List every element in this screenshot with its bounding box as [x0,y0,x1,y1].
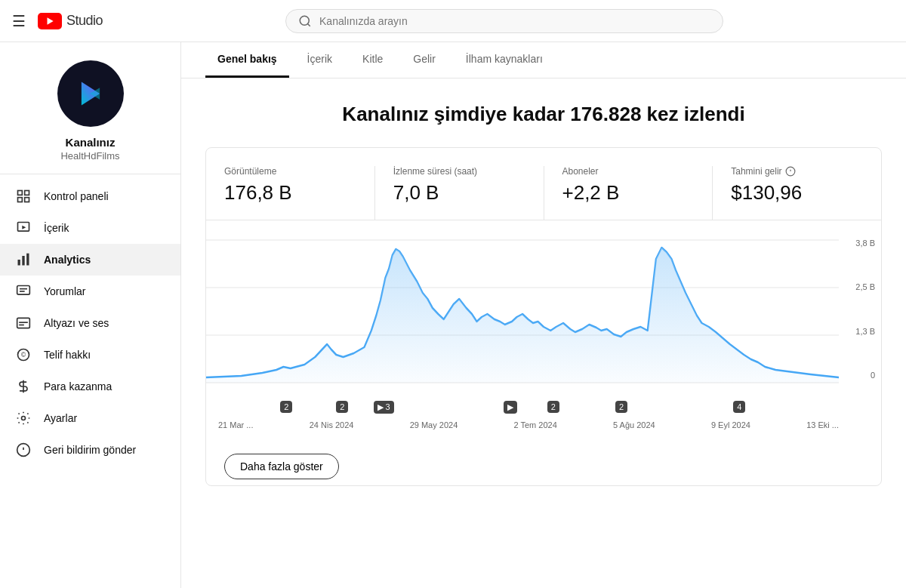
sidebar-item-copyright[interactable]: © Telif hakkı [0,339,180,371]
tab-content[interactable]: İçerik [295,42,344,78]
chart-badges-row: 2 2 ▶ 3 ▶ 2 2 4 [218,401,839,417]
studio-text: Studio [66,13,103,29]
tab-audience[interactable]: Kitle [350,42,395,78]
chart-badge-5[interactable]: 2 [547,401,559,413]
subtitles-label: Altyazı ve ses [44,317,109,329]
x-label-1: 21 Mar ... [218,420,253,429]
tab-revenue[interactable]: Gelir [401,42,448,78]
dashboard-label: Kontrol paneli [44,190,109,202]
svg-rect-8 [25,198,29,202]
chart-wrap: 3,8 B 2,5 B 1,3 B 0 [206,232,881,401]
monetize-label: Para kazanma [44,380,112,393]
dashboard-icon [15,188,32,205]
comments-label: Yorumlar [44,285,86,297]
svg-rect-7 [18,198,23,202]
sidebar: Kanalınız HealtHdFilms Kontrol paneli İç… [0,42,181,588]
tab-inspiration[interactable]: İlham kaynakları [454,42,555,78]
x-label-3: 29 May 2024 [410,420,458,429]
sidebar-item-analytics[interactable]: Analytics [0,244,180,276]
metric-revenue-value: $130,96 [731,181,863,205]
chart-badge-2[interactable]: 2 [336,401,348,413]
main-content: Genel bakış İçerik Kitle Gelir İlham kay… [181,42,906,588]
svg-rect-12 [22,256,24,266]
x-label-2: 24 Nis 2024 [310,420,354,429]
metric-revenue-label: Tahmini gelir [731,166,863,177]
chart-badge-4[interactable]: ▶ [504,401,517,414]
sidebar-item-comments[interactable]: Yorumlar [0,276,180,307]
content-icon [15,220,32,236]
chart-badge-1[interactable]: 2 [280,401,292,413]
x-label-7: 13 Eki ... [806,420,839,429]
line-chart-svg [206,232,839,399]
feedback-icon [15,442,32,458]
y-label-3: 1,3 B [851,327,875,336]
y-label-top: 3,8 B [851,239,875,248]
content-label: İçerik [44,222,69,234]
subtitles-icon [15,315,32,331]
sidebar-item-settings[interactable]: Ayarlar [0,402,180,434]
analytics-headline: Kanalınız şimdiye kadar 176.828 kez izle… [205,103,882,126]
monetize-icon [15,378,32,395]
channel-name: Kanalınız [66,136,116,149]
show-more-button[interactable]: Daha fazla göster [224,454,339,479]
svg-point-23 [22,417,26,420]
sidebar-item-content[interactable]: İçerik [0,212,180,244]
svg-marker-0 [48,17,54,24]
y-label-bottom: 0 [851,371,875,380]
metric-subscribers-value: +2,2 B [562,181,695,205]
y-axis: 3,8 B 2,5 B 1,3 B 0 [839,232,881,401]
svg-rect-5 [18,191,23,195]
metric-watch-time-value: 7,0 B [393,181,525,205]
channel-avatar-icon [74,77,107,110]
chart-svg [206,232,839,401]
x-axis: 21 Mar ... 24 Nis 2024 29 May 2024 2 Tem… [206,417,839,429]
comments-icon [15,283,32,300]
svg-rect-11 [18,260,20,266]
chart-badge-6[interactable]: 2 [615,401,627,413]
analytics-label: Analytics [44,254,91,266]
svg-point-1 [300,16,309,25]
x-label-4: 2 Tem 2024 [514,420,557,429]
metric-views-value: 176,8 B [224,181,356,205]
analytics-icon [15,251,32,268]
top-navigation: ☰ Studio [0,0,906,42]
sidebar-item-dashboard[interactable]: Kontrol paneli [0,180,180,212]
info-icon [785,166,796,177]
settings-label: Ayarlar [44,412,77,424]
svg-marker-10 [22,226,26,229]
channel-handle: HealtHdFilms [60,150,119,162]
metric-watch-time-label: İzlenme süresi (saat) [393,166,525,177]
settings-icon [15,410,32,426]
sidebar-item-subtitles[interactable]: Altyazı ve ses [0,307,180,339]
tabs-bar: Genel bakış İçerik Kitle Gelir İlham kay… [181,42,906,79]
feedback-label: Geri bildirim gönder [44,444,136,456]
chart-area: 3,8 B 2,5 B 1,3 B 0 2 2 ▶ 3 ▶ 2 2 [206,220,881,442]
hamburger-menu[interactable]: ☰ [12,12,26,30]
svg-rect-6 [25,191,29,195]
sidebar-item-feedback[interactable]: Geri bildirim gönder [0,434,180,466]
chart-badge-3[interactable]: ▶ 3 [374,401,394,414]
tab-overview[interactable]: Genel bakış [205,42,289,78]
youtube-studio-logo[interactable]: Studio [38,13,103,29]
copyright-label: Telif hakkı [44,349,91,361]
search-icon [298,14,312,28]
svg-line-2 [308,23,310,26]
metrics-row: Görüntüleme 176,8 B İzlenme süresi (saat… [206,166,881,220]
chart-badge-7[interactable]: 4 [733,401,745,413]
play-icon [45,16,55,26]
x-label-5: 5 Ağu 2024 [613,420,655,429]
svg-text:©: © [21,351,26,359]
copyright-icon: © [15,346,32,363]
y-label-2: 2,5 B [851,282,875,291]
analytics-section: Kanalınız şimdiye kadar 176.828 kez izle… [181,79,906,510]
youtube-logo-icon [38,13,62,29]
x-label-6: 9 Eyl 2024 [711,420,750,429]
svg-rect-14 [17,286,30,295]
metric-views-label: Görüntüleme [224,166,356,177]
search-input[interactable] [319,15,710,27]
search-bar [285,9,723,33]
avatar [57,60,124,127]
metric-watch-time: İzlenme süresi (saat) 7,0 B [375,166,544,220]
sidebar-item-monetize[interactable]: Para kazanma [0,371,180,402]
nav-items: Kontrol paneli İçerik Analytics [0,174,180,472]
